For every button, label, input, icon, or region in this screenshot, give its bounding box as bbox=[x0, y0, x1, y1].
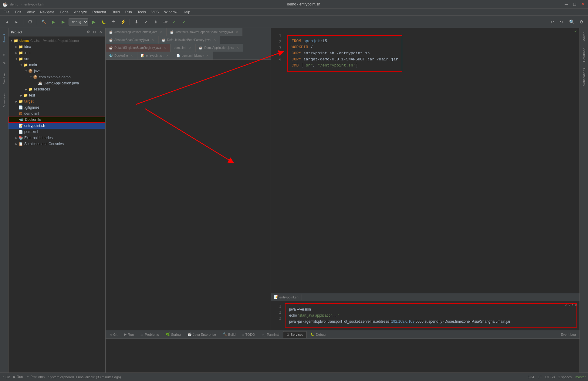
tree-resources[interactable]: ▶ 📁 resources bbox=[8, 86, 105, 92]
event-log-btn[interactable]: Event Log bbox=[558, 333, 578, 336]
maximize-btn[interactable]: □ bbox=[572, 2, 577, 7]
tab-debug[interactable]: 🐛 Debug bbox=[307, 331, 329, 338]
profile-btn[interactable]: ⚡ bbox=[119, 18, 127, 26]
tab-abstract-app[interactable]: ☕ AbstractApplicationContext.java ✕ bbox=[106, 28, 167, 36]
run-status[interactable]: ▶ Run bbox=[13, 375, 23, 379]
sidebar-project-btn[interactable]: Project bbox=[1, 29, 8, 47]
close-btn[interactable]: ✕ bbox=[581, 2, 586, 7]
vcs-update-btn[interactable]: ⬇ bbox=[132, 18, 141, 26]
settings-btn[interactable]: ⚙ bbox=[577, 18, 586, 26]
vcs-sync-btn[interactable]: ✓ bbox=[180, 18, 188, 26]
menu-vcs[interactable]: VCS bbox=[149, 9, 161, 15]
forward-btn[interactable]: ▸ bbox=[12, 18, 21, 26]
menu-build[interactable]: Build bbox=[109, 9, 122, 15]
menu-tools[interactable]: Tools bbox=[135, 9, 148, 15]
panel-gear-icon[interactable]: ⚙ bbox=[86, 30, 91, 35]
tab-git[interactable]: ⑃ Git bbox=[107, 331, 120, 338]
vcs-push-btn[interactable]: ⬆ bbox=[152, 18, 160, 26]
vcs-commit-btn[interactable]: ✓ bbox=[142, 18, 150, 26]
search-everywhere-btn[interactable]: 🔍 bbox=[567, 18, 576, 26]
tree-test[interactable]: ▶ 📁 test bbox=[8, 92, 105, 98]
debug-btn[interactable]: 🐛 bbox=[99, 18, 108, 26]
tree-package[interactable]: ▼ 📦 com.example.demo bbox=[8, 74, 105, 80]
tree-dockerfile[interactable]: ▶ 🐳 Dockerfile bbox=[8, 117, 105, 123]
tab-demo-app-java[interactable]: ☕ DemoApplication.java ✕ bbox=[195, 44, 243, 52]
problems-status[interactable]: ⚠ Problems bbox=[26, 375, 45, 379]
cursor-position[interactable]: 3:34 bbox=[528, 375, 534, 379]
undo-btn[interactable]: ↩ bbox=[548, 18, 556, 26]
tab-demo-iml[interactable]: demo.iml ✕ bbox=[171, 44, 196, 52]
tree-main[interactable]: ▼ 📁 main bbox=[8, 62, 105, 68]
tab-default-listable[interactable]: ☕ DefaultListableBeanFactory.java ✕ bbox=[158, 36, 220, 44]
panel-expand-icon[interactable]: ⊡ bbox=[92, 30, 97, 35]
menu-run[interactable]: Run bbox=[123, 9, 134, 15]
minimize-btn[interactable]: ─ bbox=[564, 2, 569, 7]
tab-spring[interactable]: 🌿 Spring bbox=[163, 331, 184, 338]
line-sep[interactable]: LF bbox=[538, 375, 542, 379]
menu-view[interactable]: View bbox=[24, 9, 37, 15]
tab-pom-close[interactable]: ✕ bbox=[205, 54, 210, 58]
tree-run[interactable]: ▶ 📁 .run bbox=[8, 50, 105, 56]
tab-entry-close[interactable]: ✕ bbox=[165, 54, 170, 58]
encoding[interactable]: UTF-8 bbox=[545, 375, 555, 379]
tab-run[interactable]: ▶ Run bbox=[121, 331, 137, 338]
indent[interactable]: 2 spaces bbox=[558, 375, 572, 379]
tab-pom[interactable]: 📄 pom.xml (demo) ✕ bbox=[173, 52, 213, 60]
tab-dockerfile[interactable]: 🐳 Dockerfile ✕ bbox=[106, 52, 137, 60]
sidebar-bookmarks-btn[interactable]: Bookmarks bbox=[1, 91, 8, 109]
tab-iml-close[interactable]: ✕ bbox=[188, 46, 192, 50]
redo-btn[interactable]: ↪ bbox=[558, 18, 566, 26]
run-btn[interactable]: ▶ bbox=[49, 18, 58, 26]
tree-iml[interactable]: ▶ ⊡ demo.iml bbox=[8, 111, 105, 117]
git-status[interactable]: ⑃ Git bbox=[2, 375, 10, 379]
menu-analyze[interactable]: Analyze bbox=[72, 9, 90, 15]
sidebar-pullreq-btn[interactable]: ⇅ bbox=[0, 59, 8, 67]
build-btn[interactable]: 🔨 bbox=[39, 18, 48, 26]
debug-run-btn[interactable]: ▶ bbox=[59, 18, 67, 26]
tab-default-singleton[interactable]: ☕ DefaultSingletonBeanRegistry.java ✕ bbox=[106, 44, 171, 52]
menu-refactor[interactable]: Refactor bbox=[90, 9, 109, 15]
tree-demo-app[interactable]: ▶ ☕ DemoApplication.java bbox=[8, 80, 105, 86]
menu-edit[interactable]: Edit bbox=[12, 9, 24, 15]
tab-auto-close[interactable]: ✕ bbox=[235, 30, 239, 34]
panel-close-icon[interactable]: ✕ bbox=[98, 30, 103, 35]
run-config-select[interactable]: debug bbox=[69, 18, 88, 26]
tab-terminal[interactable]: >_ Terminal bbox=[259, 331, 282, 338]
tree-gitignore[interactable]: ▶ 📄 .gitignore bbox=[8, 104, 105, 111]
tab-problems[interactable]: ⚠ Problems bbox=[137, 331, 162, 338]
tab-dockerfile-close[interactable]: ✕ bbox=[130, 54, 134, 58]
run-config-btn[interactable]: ▶ bbox=[90, 18, 98, 26]
tab-abstract-app-close[interactable]: ✕ bbox=[159, 30, 163, 34]
tab-abstract-bean[interactable]: ☕ AbstractBeanFactory.java ✕ bbox=[106, 36, 158, 44]
tree-target[interactable]: ▶ 📁 target bbox=[8, 98, 105, 104]
recent-files-btn[interactable]: ⏱ bbox=[26, 18, 34, 26]
tab-java-enterprise[interactable]: ☕ Java Enterprise bbox=[184, 331, 219, 338]
bottom-entry-tab[interactable]: 📝 entrypoint.sh bbox=[271, 294, 302, 300]
tab-listable-close[interactable]: ✕ bbox=[212, 38, 217, 42]
tab-services[interactable]: ⚙ Services bbox=[283, 331, 307, 338]
tree-java[interactable]: ▼ 📦 java bbox=[8, 68, 105, 74]
tab-bean-close[interactable]: ✕ bbox=[151, 38, 155, 42]
coverage-btn[interactable]: ☂ bbox=[109, 18, 117, 26]
right-database-tab[interactable]: Database bbox=[581, 45, 587, 64]
tab-demoapp-close[interactable]: ✕ bbox=[235, 46, 240, 50]
tab-singleton-close[interactable]: ✕ bbox=[163, 46, 167, 50]
tab-todo[interactable]: ≡ TODO bbox=[239, 331, 258, 338]
vcs-branch-btn[interactable]: ✓ bbox=[170, 18, 179, 26]
tree-scratches[interactable]: ▶ 📋 Scratches and Consoles bbox=[8, 141, 105, 147]
menu-code[interactable]: Code bbox=[57, 9, 71, 15]
sidebar-commit-btn[interactable]: ⑃ bbox=[0, 50, 8, 58]
menu-navigate[interactable]: Navigate bbox=[38, 9, 57, 15]
sidebar-structure-btn[interactable]: Structure bbox=[1, 70, 8, 88]
tree-idea[interactable]: ▶ 📁 idea bbox=[8, 44, 105, 50]
tab-build[interactable]: 🔨 Build bbox=[220, 331, 238, 338]
tree-pom[interactable]: ▶ 📄 pom.xml bbox=[8, 129, 105, 135]
menu-help[interactable]: Help bbox=[180, 9, 193, 15]
tree-root[interactable]: ▼ 📁 demo C:\Users\wsx\IdeaProjects\demo bbox=[8, 38, 105, 44]
back-btn[interactable]: ◂ bbox=[2, 18, 11, 26]
tree-ext-libs[interactable]: ▶ 📚 External Libraries bbox=[8, 135, 105, 141]
tree-entrypoint[interactable]: ▶ 📝 entrypoint.sh bbox=[8, 123, 105, 129]
tab-abstract-auto[interactable]: ☕ AbstractAutowireCapableBeanFactory.jav… bbox=[167, 28, 242, 36]
menu-window[interactable]: Window bbox=[162, 9, 180, 15]
git-branch[interactable]: master bbox=[575, 375, 586, 379]
